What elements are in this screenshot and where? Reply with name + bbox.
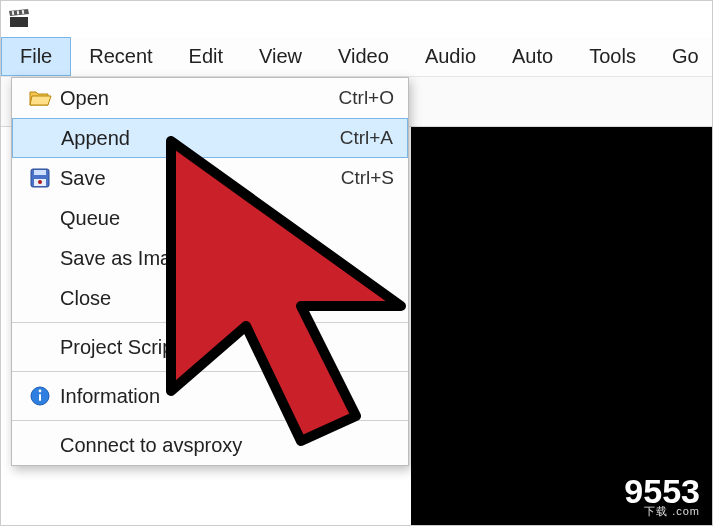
menu-view[interactable]: View (241, 37, 320, 76)
video-preview-pane (411, 127, 712, 526)
menu-label: Go (672, 45, 699, 68)
menu-tools[interactable]: Tools (571, 37, 654, 76)
menu-label: Edit (189, 45, 223, 68)
menu-item-label: Append (61, 127, 340, 150)
menu-item-shortcut: Ctrl+O (339, 87, 394, 109)
menu-item-project-script[interactable]: Project Script (12, 327, 408, 367)
menu-separator (12, 371, 408, 372)
app-clapperboard-icon (9, 9, 31, 29)
menu-label: Tools (589, 45, 636, 68)
svg-rect-16 (34, 170, 46, 175)
menu-item-shortcut: Ctrl+S (341, 167, 394, 189)
info-icon (20, 386, 60, 406)
menu-file[interactable]: File (1, 37, 71, 76)
menu-edit[interactable]: Edit (171, 37, 241, 76)
titlebar (1, 1, 712, 37)
svg-rect-0 (10, 17, 28, 27)
folder-open-icon (20, 89, 60, 107)
menu-label: Auto (512, 45, 553, 68)
menu-recent[interactable]: Recent (71, 37, 170, 76)
svg-rect-21 (39, 394, 41, 401)
menu-label: Recent (89, 45, 152, 68)
menu-item-label: Open (60, 87, 339, 110)
menu-separator (12, 420, 408, 421)
menu-label: Audio (425, 45, 476, 68)
menu-item-label: Save (60, 167, 341, 190)
svg-point-22 (39, 390, 42, 393)
menu-separator (12, 322, 408, 323)
menu-item-open[interactable]: Open Ctrl+O (12, 78, 408, 118)
menu-item-label: Information (60, 385, 394, 408)
menu-auto[interactable]: Auto (494, 37, 571, 76)
menu-label: View (259, 45, 302, 68)
menu-item-close[interactable]: Close (12, 278, 408, 318)
menu-audio[interactable]: Audio (407, 37, 494, 76)
menu-item-label: Connect to avsproxy (60, 434, 394, 457)
menu-item-shortcut: Ctrl+A (340, 127, 393, 149)
menu-item-label: Close (60, 287, 394, 310)
menu-go[interactable]: Go (654, 37, 713, 76)
menu-item-connect-avsproxy[interactable]: Connect to avsproxy (12, 425, 408, 465)
menu-item-information[interactable]: Information (12, 376, 408, 416)
menu-video[interactable]: Video (320, 37, 407, 76)
menubar: File Recent Edit View Video Audio Auto T… (1, 37, 712, 77)
watermark: 9553 下载 .com (624, 474, 700, 517)
menu-item-label: Project Script (60, 336, 394, 359)
watermark-subtext: 下载 .com (624, 506, 700, 517)
svg-point-18 (38, 180, 42, 184)
file-dropdown-menu: Open Ctrl+O Append Ctrl+A Save Ctrl+S Qu… (11, 77, 409, 466)
menu-label: File (20, 45, 52, 68)
save-disk-icon (20, 168, 60, 188)
menu-item-append[interactable]: Append Ctrl+A (12, 118, 408, 158)
menu-item-label: Queue (60, 207, 394, 230)
menu-item-save[interactable]: Save Ctrl+S (12, 158, 408, 198)
menu-item-save-as-image[interactable]: Save as Image (12, 238, 408, 278)
menu-item-label: Save as Image (60, 247, 394, 270)
menu-label: Video (338, 45, 389, 68)
menu-item-queue[interactable]: Queue (12, 198, 408, 238)
